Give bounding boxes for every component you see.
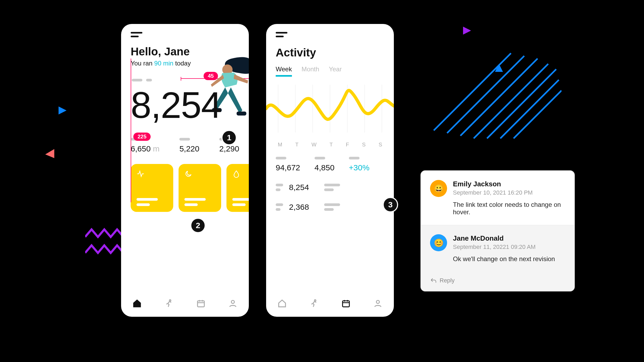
- svg-point-14: [169, 300, 171, 301]
- svg-marker-8: [45, 149, 54, 158]
- svg-line-1: [447, 56, 524, 133]
- comment-item: 😀 Emily Jackson September 10, 2021 16:20…: [421, 171, 574, 225]
- reply-icon: [430, 277, 436, 284]
- stat-value: 6,650: [131, 144, 151, 153]
- step-count: 8,254: [131, 88, 249, 122]
- day-t: T: [295, 142, 299, 148]
- day-w: W: [312, 142, 317, 148]
- page-title: Activity: [276, 46, 384, 59]
- svg-marker-9: [463, 27, 471, 35]
- svg-point-32: [376, 301, 379, 303]
- menu-icon[interactable]: [276, 32, 287, 37]
- svg-marker-10: [495, 64, 503, 72]
- comment-text: Ok we'll change on the next revision: [453, 255, 555, 263]
- stat-unit: m: [153, 144, 159, 153]
- tab-month[interactable]: Month: [302, 65, 319, 77]
- annotation-marker-2[interactable]: 2: [190, 218, 206, 233]
- svg-marker-7: [59, 106, 67, 114]
- profile-icon[interactable]: [228, 299, 237, 308]
- home-icon[interactable]: [278, 299, 287, 308]
- card-activity[interactable]: [131, 164, 173, 212]
- comment-author: Emily Jackson: [453, 180, 565, 188]
- list-item[interactable]: 8,254: [276, 183, 384, 192]
- daily-list: 8,254 2,368: [276, 183, 384, 212]
- list-value: 2,368: [289, 203, 318, 212]
- tab-week[interactable]: Week: [276, 65, 292, 77]
- stat-2: 5,220: [179, 138, 199, 153]
- profile-icon[interactable]: [373, 299, 382, 308]
- dashboard-phone: 225 45 Hello, Jane You ran 90 min today …: [121, 24, 249, 317]
- comment-date: September 11, 20221 09:20 AM: [453, 244, 555, 250]
- comment-author: Jane McDonald: [453, 234, 555, 242]
- spacing-guide-vertical: [131, 59, 131, 202]
- spacing-pill-vertical: 225: [133, 133, 151, 141]
- day-t2: T: [329, 142, 333, 148]
- activity-chart: [266, 79, 394, 141]
- reply-button[interactable]: Reply: [421, 272, 574, 291]
- svg-line-5: [500, 80, 559, 138]
- comment-item: 😊 Jane McDonald September 11, 20221 09:2…: [421, 225, 574, 272]
- stat-avg: 4,850: [315, 157, 335, 172]
- svg-rect-15: [197, 301, 204, 307]
- annotation-marker-1[interactable]: 1: [221, 130, 237, 145]
- bottom-nav: [121, 290, 249, 317]
- avatar: 😊: [430, 234, 447, 251]
- activity-icon: [137, 170, 145, 178]
- activity-phone: Activity Week Month Year M T W T F S S 9…: [266, 24, 394, 317]
- day-labels: M T W T F S S: [278, 142, 382, 148]
- run-icon[interactable]: [309, 299, 319, 308]
- drop-icon: [232, 170, 240, 178]
- reply-label: Reply: [440, 277, 455, 284]
- svg-rect-28: [342, 301, 349, 307]
- triangle-blue: [59, 106, 67, 114]
- triangle-purple: [463, 27, 471, 35]
- stat-value: 4,850: [315, 163, 335, 172]
- metric-cards: [131, 164, 249, 212]
- subtext-post: today: [174, 60, 191, 67]
- annotation-marker-3[interactable]: 3: [383, 197, 398, 212]
- comment-date: September 10, 2021 16:20 PM: [453, 189, 565, 196]
- svg-point-27: [314, 300, 316, 301]
- run-icon[interactable]: [164, 299, 174, 308]
- avatar: 😀: [430, 180, 447, 197]
- menu-icon[interactable]: [131, 32, 142, 37]
- run-duration: 90 min: [154, 60, 174, 67]
- list-item[interactable]: 2,368: [276, 203, 384, 212]
- bottom-nav: [266, 290, 394, 317]
- range-tabs: Week Month Year: [276, 65, 384, 77]
- moon-icon: [184, 170, 192, 178]
- stat-total: 94,672: [276, 157, 300, 172]
- subtext-pre: You ran: [131, 60, 154, 67]
- day-f: F: [346, 142, 349, 148]
- svg-line-4: [487, 69, 556, 138]
- card-sleep[interactable]: [179, 164, 221, 212]
- card-hydration[interactable]: [226, 164, 249, 212]
- stat-value: 2,290: [219, 144, 239, 153]
- tab-year[interactable]: Year: [329, 65, 342, 77]
- comment-text: The link text color needs to change on h…: [453, 201, 565, 216]
- summary-stats: 94,672 4,850 +30%: [276, 157, 384, 172]
- triangle-coral: [45, 149, 54, 158]
- day-m: M: [278, 142, 282, 148]
- stat-value: +30%: [349, 163, 370, 172]
- svg-line-6: [514, 90, 562, 138]
- stat-change: +30%: [349, 157, 370, 172]
- list-value: 8,254: [289, 183, 318, 192]
- day-s2: S: [379, 142, 382, 148]
- stat-value: 5,220: [179, 144, 199, 153]
- comment-panel: 😀 Emily Jackson September 10, 2021 16:20…: [420, 170, 575, 291]
- diagonal-hash: [423, 51, 562, 141]
- home-icon[interactable]: [133, 299, 142, 308]
- stat-value: 94,672: [276, 163, 300, 172]
- day-s: S: [362, 142, 365, 148]
- calendar-icon[interactable]: [196, 299, 205, 308]
- calendar-icon[interactable]: [341, 299, 350, 308]
- svg-point-19: [231, 301, 234, 303]
- triangle-blue-2: [495, 64, 503, 72]
- step-count-value: 8,254: [131, 84, 221, 126]
